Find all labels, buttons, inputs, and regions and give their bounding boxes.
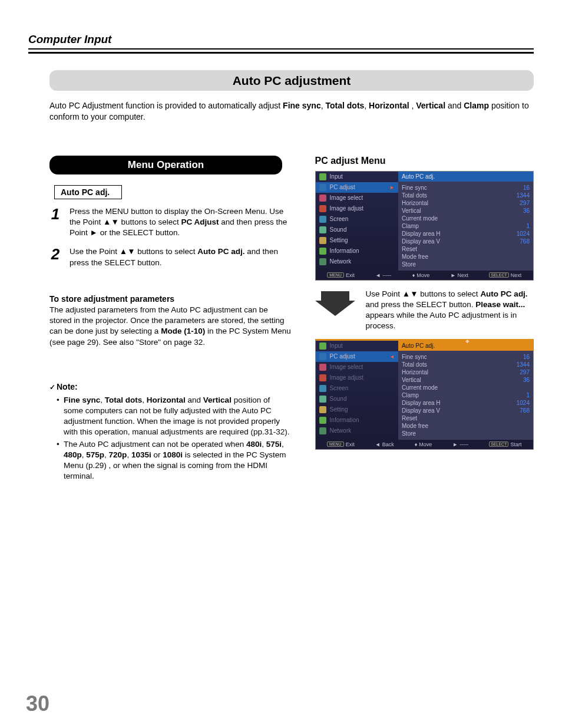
menu-row: Horizontal297 [402, 199, 530, 207]
menu1-header: Auto PC adj. [398, 172, 533, 182]
sidebar-item: Screen [316, 214, 398, 225]
menu-screenshot-1: InputPC adjust►Image selectImage adjustS… [315, 171, 534, 281]
menu-row: Fine sync16 [402, 353, 530, 361]
arrow-instruction: Use Point ▲▼ buttons to select Auto PC a… [366, 289, 534, 332]
menu-row: Mode free [402, 422, 530, 430]
sidebar-item: Network [316, 426, 398, 436]
menu-icon [319, 396, 326, 403]
intro-text: Auto PC Adjustment function is provided … [49, 100, 534, 123]
step-text: Press the MENU button to display the On-… [70, 206, 292, 239]
menu-icon [319, 417, 326, 424]
menu-screenshot-2: InputPC adjust◄Image selectImage adjustS… [315, 339, 534, 450]
menu-icon [319, 237, 326, 244]
pc-adjust-menu-title: PC adjust Menu [315, 156, 534, 166]
sidebar-item: Image select [316, 362, 398, 373]
menu-row: Store [402, 430, 530, 437]
menu-icon [319, 205, 326, 212]
menu-icon [319, 342, 326, 350]
menu-row: Clamp1 [402, 222, 530, 230]
menu-row: Current mode [402, 384, 530, 391]
menu1-footer: MENUExit ◄ ----- ♦ Move ► Next SELECT Ne… [316, 271, 533, 280]
menu-icon [319, 258, 326, 265]
sidebar-item: Network [316, 256, 398, 267]
menu-row: Reset [402, 245, 530, 253]
note-item: The Auto PC adjustment can not be operat… [64, 439, 292, 482]
divider [28, 52, 534, 54]
menu-icon [319, 427, 326, 434]
menu-row: Display area V768 [402, 238, 530, 245]
menu-operation-heading: Menu Operation [49, 156, 282, 174]
sidebar-item: Setting [316, 404, 398, 415]
menu-row: Vertical36 [402, 207, 530, 215]
sidebar-item: Sound [316, 225, 398, 235]
page-number: 30 [26, 691, 49, 716]
menu-icon [319, 184, 326, 191]
menu-icon [319, 406, 326, 413]
step: 2 Use the Point ▲▼ buttons to select Aut… [49, 246, 292, 268]
svg-marker-0 [315, 291, 355, 316]
menu-icon [319, 216, 326, 223]
sidebar-item: Input [316, 172, 398, 182]
step-number: 1 [49, 206, 61, 239]
menu-icon [319, 226, 326, 233]
sidebar-item: Setting [316, 235, 398, 246]
menu-row: Clamp1 [402, 391, 530, 399]
step: 1 Press the MENU button to display the O… [49, 206, 292, 239]
sidebar-item: PC adjust► [316, 182, 398, 193]
step-number: 2 [49, 246, 61, 268]
menu-row: Current mode [402, 215, 530, 222]
menu-icon [319, 385, 326, 392]
menu2-footer: MENUExit ◄ Back ♦ Move ► ----- SELECT St… [316, 440, 533, 449]
menu-icon [319, 173, 326, 180]
sidebar-item: Image adjust [316, 203, 398, 214]
sidebar-item: Screen [316, 383, 398, 394]
store-heading: To store adjustment parameters [49, 294, 292, 304]
menu-row: Vertical36 [402, 376, 530, 384]
sidebar-item: Input [316, 341, 398, 351]
menu-icon [319, 374, 326, 381]
store-body: The adjusted parameters from the Auto PC… [49, 305, 292, 348]
note-heading: ✓Note: [49, 382, 292, 391]
menu-row: Mode free [402, 253, 530, 261]
section-header: Computer Input [28, 33, 534, 50]
sidebar-item: Information [316, 246, 398, 256]
menu2-header: Auto PC adj.⌖ [398, 341, 533, 351]
down-arrow-icon [315, 289, 355, 317]
notes-list: Fine sync, Total dots, Horizontal and Ve… [49, 395, 292, 482]
menu-icon [319, 364, 326, 371]
menu-row: Display area H1024 [402, 399, 530, 407]
menu-row: Total dots1344 [402, 361, 530, 368]
note-item: Fine sync, Total dots, Horizontal and Ve… [64, 395, 292, 438]
page-title: Auto PC adjustment [49, 70, 534, 91]
menu-row: Store [402, 261, 530, 268]
auto-pc-adj-box: Auto PC adj. [54, 185, 122, 199]
sidebar-item: Image select [316, 193, 398, 203]
menu-row: Reset [402, 414, 530, 422]
menu-icon [319, 353, 326, 360]
sidebar-item: PC adjust◄ [316, 351, 398, 362]
menu-row: Total dots1344 [402, 192, 530, 199]
menu-row: Display area H1024 [402, 230, 530, 238]
sidebar-item: Information [316, 415, 398, 426]
sidebar-item: Image adjust [316, 373, 398, 383]
sidebar-item: Sound [316, 394, 398, 404]
menu-row: Display area V768 [402, 407, 530, 414]
menu-row: Fine sync16 [402, 184, 530, 192]
menu-row: Horizontal297 [402, 368, 530, 376]
menu-icon [319, 195, 326, 202]
step-text: Use the Point ▲▼ buttons to select Auto … [70, 246, 292, 268]
menu-icon [319, 248, 326, 255]
